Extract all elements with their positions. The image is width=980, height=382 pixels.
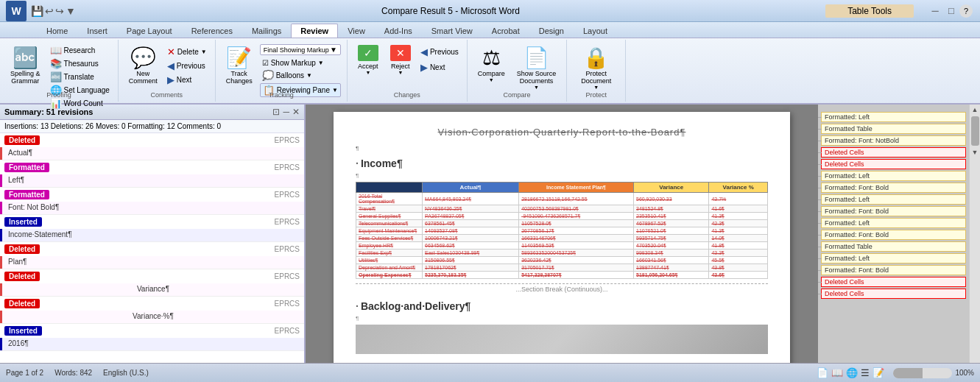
table-row: General Supplies¶ PA36748837.05¶ -945109… [356,213,768,220]
tab-add-ins[interactable]: Add-Ins [375,24,422,38]
revision-item-header: Deleted EPRCS [0,297,304,311]
revision-content: Font: Not Bold¶ [0,202,304,214]
fmt-item-formatted-left-5: Formatted: Left [821,253,966,263]
revision-pane-close[interactable]: ✕ [292,107,300,117]
spelling-grammar-button[interactable]: 🔤 Spelling &Grammar [6,43,45,88]
view-draft-button[interactable]: 📝 [873,367,884,378]
next-comment-icon: ▶ [167,74,175,85]
balloons-icon: 💭 [262,70,274,81]
table-tools-label: Table Tools [825,4,914,18]
thesaurus-button[interactable]: 📚 Thesaurus [48,57,112,70]
reject-button[interactable]: ✕ Reject ▼ [386,43,415,77]
revision-item-header: Deleted EPRCS [0,269,304,283]
maximize-button[interactable]: □ [945,4,958,18]
revision-eprcs: EPRCS [275,191,300,199]
save-icon[interactable]: 💾 [31,5,43,17]
vertical-scrollbar[interactable]: ▲ ▼ [969,105,980,363]
revision-badge-formatted: Formatted [4,163,49,172]
fmt-item-font-bold-4: Formatted: Font: Bold [821,265,966,275]
previous-change-button[interactable]: ◀ Previous [418,46,461,58]
revision-item: Deleted EPRCS Plan¶ [0,242,304,269]
income-heading: ·Income¶ [356,158,768,169]
tab-insert[interactable]: Insert [77,24,117,38]
revision-content: Plan¶ [0,256,304,269]
revision-eprcs: EPRCS [275,327,300,335]
next-comment-button[interactable]: ▶ Next [165,74,209,86]
connector-line [818,282,822,283]
redo-icon[interactable]: ↪ [55,5,64,17]
research-button[interactable]: 📖 Research [48,44,112,57]
show-source-docs-button[interactable]: 📄 Show SourceDocuments ▼ [512,43,561,93]
revision-eprcs: EPRCS [275,163,300,171]
title-bar-left: W 💾 ↩ ↪ ▼ [6,1,76,21]
connector-line [818,117,822,118]
next-change-icon: ▶ [420,62,428,73]
revision-item: Inserted EPRCS Income·Statement¶ [0,215,304,242]
translate-button[interactable]: 🔤 Translate [48,71,112,83]
tab-mailings[interactable]: Mailings [242,24,291,38]
fmt-item-font-bold-2: Formatted: Font: Bold [821,206,966,216]
balloons-button[interactable]: 💭 Balloons ▼ [260,69,341,82]
table-row: Travel¶ NY4836436.25¶ 40200753.568387981… [356,205,768,213]
track-changes-button[interactable]: 📝 TrackChanges [222,43,257,88]
proofing-label: Proofing [0,91,118,99]
word-count-button[interactable]: 📊 Word Count [48,97,112,110]
tab-home[interactable]: Home [37,24,77,38]
help-button[interactable]: ? [959,4,973,18]
accept-button[interactable]: ✓ Accept ▼ [353,43,383,77]
delete-comment-button[interactable]: ✕ Delete▼ [165,46,209,58]
title-bar: W 💾 ↩ ↪ ▼ Compare Result 5 - Microsoft W… [0,0,980,22]
new-comment-icon: 💬 [130,46,156,70]
protect-document-button[interactable]: 🔒 ProtectDocument ▼ [577,43,616,93]
status-bar: Page 1 of 2 Words: 842 English (U.S.) 📄 … [0,363,980,382]
revision-content: Actual¶ [0,147,304,160]
final-showing-markup-dropdown[interactable]: Final Showing Markup ▼ [260,44,341,55]
income-table: Actual¶ Income Statement Plan¶ Variance … [356,182,768,279]
compare-button[interactable]: ⚖ Compare ▼ [473,43,510,85]
minimize-button[interactable]: ─ [928,4,942,18]
revision-pane-icon1[interactable]: ⊡ [272,107,280,117]
view-outline-button[interactable]: ☰ [861,367,870,378]
view-normal-button[interactable]: 📄 [817,367,828,378]
tab-review[interactable]: Review [291,24,338,38]
ribbon-tabs: Home Insert Page Layout References Maili… [0,22,980,38]
undo-icon[interactable]: ↩ [45,5,54,17]
connector-line [818,235,822,236]
connector-line [818,247,822,247]
fmt-item-font-bold-1: Formatted: Font: Bold [821,183,966,193]
word-count-label: Words: 842 [54,369,92,377]
revision-item: Deleted EPRCS Actual¶ [0,133,304,160]
fmt-item-deleted-cells-4: Deleted Cells [821,289,966,299]
scroll-down-arrow[interactable]: ▼ [970,147,980,158]
bullet-icon: · [356,300,359,312]
tab-page-layout[interactable]: Page Layout [117,24,182,38]
backlog-heading: ·Backlog·and·Delivery¶ [356,300,768,312]
revision-badge-deleted: Deleted [4,135,40,145]
revision-pane-minimize[interactable]: ─ [283,107,289,117]
connector-line [818,270,822,271]
tab-smart-view[interactable]: Smart View [422,24,482,38]
tab-references[interactable]: References [182,24,242,38]
zoom-slider[interactable] [893,368,952,378]
previous-comment-button[interactable]: ◀ Previous [165,60,209,72]
tab-view[interactable]: View [338,24,375,38]
quick-access-toolbar: 💾 ↩ ↪ ▼ [31,5,76,17]
tab-acrobat[interactable]: Acrobat [482,24,529,38]
scroll-up-arrow[interactable]: ▲ [970,105,980,115]
view-reading-button[interactable]: 📖 [831,367,843,378]
main-area: Summary: 51 revisions ⊡ ─ ✕ Insertions: … [0,105,980,363]
next-change-button[interactable]: ▶ Next [418,61,461,74]
fmt-item-deleted-cells-3: Deleted Cells [821,277,966,287]
scroll-thumb[interactable] [971,116,979,146]
revision-list: Deleted EPRCS Actual¶ Formatted EPRCS Le… [0,133,304,363]
tab-layout[interactable]: Layout [574,24,617,38]
new-comment-button[interactable]: 💬 NewComment [124,43,162,88]
word-icon: W [6,1,27,21]
income-table-wrapper: Actual¶ Income Statement Plan¶ Variance … [356,182,768,279]
show-markup-button[interactable]: ☑ Show Markup ▼ [260,58,341,68]
tab-design[interactable]: Design [529,24,574,38]
fmt-item-formatted-left-1: Formatted: Left [821,112,966,122]
view-web-button[interactable]: 🌐 [846,367,858,378]
revision-content: 2016¶ [0,338,304,350]
more-icon[interactable]: ▼ [66,5,76,17]
